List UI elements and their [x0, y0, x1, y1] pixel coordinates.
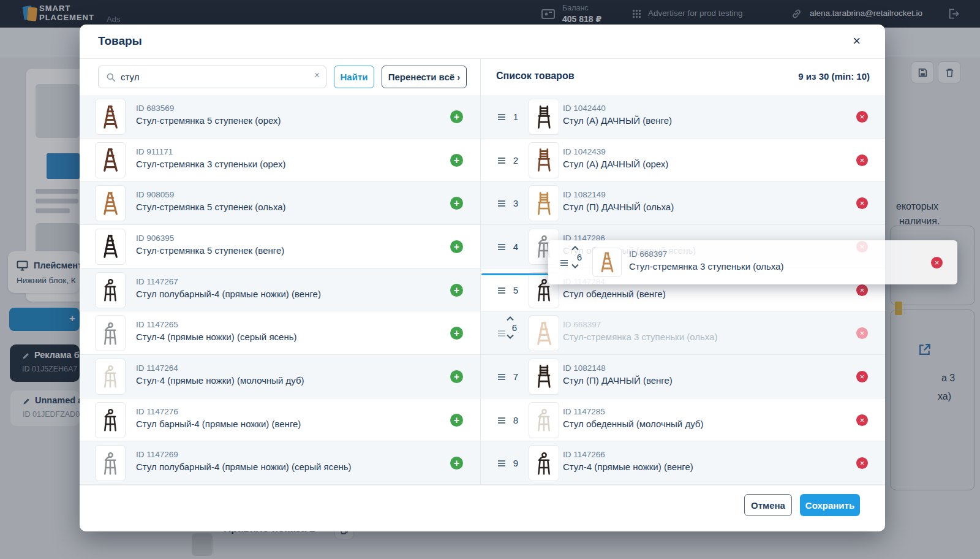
product-name: Стул-стремянка 3 ступеньки (орех) — [136, 159, 285, 169]
selected-product-row: 2 ID 1042439Стул (А) ДАЧНЫЙ (орех) × — [481, 139, 885, 182]
product-id: ID 1082149 — [563, 190, 674, 199]
selected-product-row: 1 ID 1042440Стул (А) ДАЧНЫЙ (венге) × — [481, 95, 885, 139]
position-number: 6 — [571, 252, 587, 262]
product-thumbnail — [95, 359, 126, 395]
remove-product-button[interactable]: × — [856, 414, 868, 426]
modal-footer: Отмена Сохранить — [80, 485, 885, 531]
product-name: Стул-стремянка 5 ступенек (венге) — [136, 245, 284, 256]
drag-handle-icon[interactable] — [497, 416, 507, 425]
product-thumbnail — [95, 185, 126, 221]
add-product-button[interactable]: + — [450, 240, 463, 253]
drag-handle-icon[interactable] — [559, 259, 569, 267]
move-up-icon[interactable] — [507, 316, 522, 321]
available-product-row: ID 1147265Стул-4 (прямые ножки) (серый я… — [80, 311, 480, 355]
selected-list-counter: 9 из 30 (min: 10) — [798, 71, 870, 82]
product-thumbnail — [529, 315, 559, 351]
available-product-row: ID 683569Стул-стремянка 5 ступенек (орех… — [80, 95, 480, 139]
available-products-list: ID 683569Стул-стремянка 5 ступенек (орех… — [80, 95, 480, 485]
remove-product-button[interactable]: × — [856, 154, 868, 166]
product-name: Стул-стремянка 3 ступеньки (ольха) — [563, 332, 717, 342]
product-name: Стул-стремянка 3 ступеньки (ольха) — [629, 261, 783, 272]
product-name: Стул (А) ДАЧНЫЙ (орех) — [563, 159, 668, 169]
add-product-button[interactable]: + — [450, 284, 463, 297]
drag-handle-icon[interactable] — [497, 329, 507, 338]
move-down-icon[interactable] — [507, 334, 522, 339]
position-number: 8 — [510, 415, 521, 425]
add-product-button[interactable]: + — [450, 327, 463, 340]
position-number: 2 — [510, 155, 521, 165]
available-product-row: ID 906395Стул-стремянка 5 ступенек (венг… — [80, 225, 480, 268]
position-number: 1 — [510, 112, 521, 122]
add-product-button[interactable]: + — [450, 154, 463, 167]
product-id: ID 1147285 — [563, 407, 703, 416]
product-name: Стул барный-4 (прямые ножки) (венге) — [136, 419, 301, 429]
product-name: Стул полубарный-4 (прямые ножки) (венге) — [136, 289, 321, 299]
move-all-button[interactable]: Перенести всё › — [382, 66, 467, 88]
remove-product-button[interactable]: × — [856, 371, 868, 382]
drag-handle-icon[interactable] — [497, 459, 507, 468]
position-number: 5 — [510, 285, 521, 295]
product-id: ID 1147266 — [563, 450, 693, 459]
add-product-button[interactable]: + — [450, 197, 463, 210]
drag-handle-icon[interactable] — [497, 286, 507, 295]
close-icon[interactable]: × — [853, 34, 861, 48]
product-id: ID 906395 — [136, 234, 284, 243]
product-id: ID 908059 — [136, 190, 286, 199]
drop-indicator-line — [481, 273, 548, 275]
product-name: Стул обеденный (венге) — [563, 289, 666, 299]
product-name: Стул (П) ДАЧНЫЙ (венге) — [563, 375, 673, 386]
position-number: 9 — [510, 458, 521, 468]
position-stepper: 6 — [571, 245, 587, 280]
remove-product-button[interactable]: × — [856, 284, 868, 296]
product-thumbnail — [592, 248, 622, 277]
remove-product-button[interactable]: × — [856, 111, 868, 123]
search-input[interactable] — [121, 66, 304, 88]
product-thumbnail — [529, 402, 559, 438]
product-thumbnail — [95, 142, 126, 178]
product-name: Стул-стремянка 5 ступенек (ольха) — [136, 202, 286, 212]
available-product-row: ID 1147267Стул полубарный-4 (прямые ножк… — [80, 268, 480, 312]
add-product-button[interactable]: + — [450, 457, 463, 470]
remove-product-button[interactable]: × — [856, 197, 868, 209]
product-thumbnail — [529, 99, 559, 135]
product-id: ID 1147264 — [136, 363, 304, 373]
drag-handle-icon[interactable] — [497, 243, 507, 251]
product-name: Стул-4 (прямые ножки) (венге) — [563, 462, 693, 472]
product-name: Стул-4 (прямые ножки) (молочный дуб) — [136, 375, 304, 386]
drag-handle-icon[interactable] — [497, 199, 507, 208]
available-product-row: ID 1147264Стул-4 (прямые ножки) (молочны… — [80, 355, 480, 398]
product-thumbnail — [529, 142, 559, 178]
remove-product-button[interactable]: × — [856, 457, 868, 469]
drag-handle-icon[interactable] — [497, 156, 507, 165]
available-product-row: ID 908059Стул-стремянка 5 ступенек (ольх… — [80, 181, 480, 225]
product-id: ID 1147276 — [136, 407, 301, 416]
search-icon — [106, 72, 116, 82]
cancel-button[interactable]: Отмена — [744, 494, 792, 516]
available-product-row: ID 1147269Стул полубарный-4 (прямые ножк… — [80, 441, 480, 485]
position-number: 7 — [510, 371, 521, 382]
dragged-product-card[interactable]: 6 ID 668397Стул-стремянка 3 ступеньки (о… — [548, 240, 957, 284]
add-product-button[interactable]: + — [450, 414, 463, 427]
clear-search-icon[interactable]: × — [314, 70, 320, 81]
product-name: Стул (А) ДАЧНЫЙ (венге) — [563, 115, 672, 126]
selected-product-row: 3 ID 1082149Стул (П) ДАЧНЫЙ (ольха) × — [481, 181, 885, 225]
product-name: Стул-стремянка 5 ступенек (орех) — [136, 115, 281, 126]
drag-handle-icon[interactable] — [497, 113, 507, 121]
add-product-button[interactable]: + — [450, 110, 463, 123]
product-thumbnail — [95, 315, 126, 351]
product-id: ID 1042440 — [563, 104, 672, 113]
product-name: Стул-4 (прямые ножки) (серый ясень) — [136, 332, 296, 342]
remove-product-button[interactable]: × — [856, 327, 868, 339]
move-up-icon[interactable] — [571, 246, 587, 251]
add-product-button[interactable]: + — [450, 370, 463, 383]
drag-handle-icon[interactable] — [497, 373, 507, 381]
product-id: ID 1147267 — [136, 277, 321, 286]
position-number: 3 — [510, 198, 521, 208]
find-button[interactable]: Найти — [334, 66, 374, 88]
product-id: ID 683569 — [136, 104, 281, 113]
modal-toolbar: × Найти Перенести всё › Список товаров 9… — [80, 58, 885, 95]
move-down-icon[interactable] — [571, 264, 587, 268]
save-button[interactable]: Сохранить — [800, 494, 860, 516]
remove-product-button[interactable]: × — [931, 257, 943, 268]
product-id: ID 1147265 — [136, 320, 296, 329]
